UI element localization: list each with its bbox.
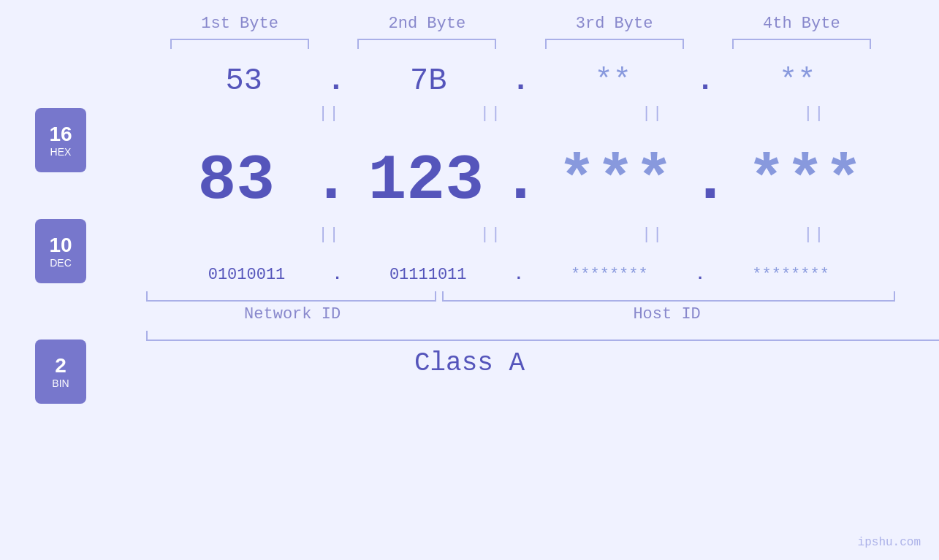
bin-value-4: ******** <box>752 266 829 284</box>
eq-2-2: || <box>410 226 571 244</box>
hex-value-2: 7B <box>410 64 446 99</box>
dec-value-4: *** <box>747 145 862 217</box>
byte3-header: 3rd Byte <box>521 15 708 33</box>
byte2-header: 2nd Byte <box>333 15 520 33</box>
bin-value-1: 01010011 <box>208 266 286 284</box>
bracket-cell-1 <box>146 39 333 49</box>
main-container: 1st Byte 2nd Byte 3rd Byte 4th Byte 16 H… <box>0 0 939 560</box>
hex-cell-1: 53 <box>146 64 341 99</box>
byte-headers-row: 1st Byte 2nd Byte 3rd Byte 4th Byte <box>146 15 895 33</box>
dec-cell-2: 123 <box>335 145 516 217</box>
bin-cell-4: ******** <box>691 266 892 284</box>
bin-value-3: ******** <box>571 266 648 284</box>
bin-base-label: 2 BIN <box>35 340 86 404</box>
hex-cell-4: ** <box>700 64 895 99</box>
eq-1-3: || <box>572 104 734 123</box>
bin-text: BIN <box>52 377 69 389</box>
dec-base-label: 10 DEC <box>35 219 86 283</box>
eq-1-1: || <box>248 104 410 123</box>
bracket-cell-3 <box>521 39 708 49</box>
bottom-brackets <box>146 291 895 302</box>
bin-cell-2: 01111011 <box>327 266 528 284</box>
id-labels-row: Network ID Host ID <box>146 305 895 323</box>
network-id-label: Network ID <box>146 305 438 323</box>
bin-number: 2 <box>55 354 66 377</box>
bin-cell-3: ******** <box>509 266 710 284</box>
dec-value-1: 83 <box>198 145 275 217</box>
top-bracket-4 <box>732 39 871 49</box>
bin-cell-1: 01010011 <box>146 266 347 284</box>
dec-cell-1: 83 <box>146 145 327 217</box>
byte4-header: 4th Byte <box>708 15 895 33</box>
hex-cell-3: ** <box>515 64 710 99</box>
eq-2-4: || <box>734 226 895 244</box>
dec-text: DEC <box>50 257 72 269</box>
bin-value-2: 01111011 <box>389 266 467 284</box>
network-bracket <box>146 291 436 302</box>
outer-bottom-bracket <box>146 331 939 341</box>
bracket-gap <box>436 291 442 302</box>
watermark: ipshu.com <box>858 536 921 549</box>
hex-value-3: ** <box>595 64 631 99</box>
equals-row-1: || || || || <box>248 104 895 123</box>
top-brackets-row <box>146 39 895 49</box>
hex-value-4: ** <box>779 64 816 99</box>
dec-number: 10 <box>49 234 72 257</box>
bin-row: 01010011 . 01111011 . ******** . *******… <box>146 266 895 284</box>
dec-value-2: 123 <box>368 145 484 217</box>
bracket-cell-2 <box>333 39 520 49</box>
byte1-header: 1st Byte <box>146 15 333 33</box>
equals-row-2: || || || || <box>248 226 895 244</box>
eq-1-2: || <box>410 104 571 123</box>
top-bracket-3 <box>545 39 684 49</box>
top-bracket-1 <box>170 39 309 49</box>
hex-cell-2: 7B <box>331 64 526 99</box>
data-rows: 53 . 7B . ** . ** || || || || 83 <box>146 64 895 284</box>
dec-value-3: *** <box>558 145 673 217</box>
hex-value-1: 53 <box>225 64 262 99</box>
top-bracket-2 <box>357 39 496 49</box>
eq-1-4: || <box>734 104 895 123</box>
dec-cell-4: *** <box>715 145 895 217</box>
class-label: Class A <box>44 348 895 378</box>
host-bracket <box>442 291 895 302</box>
hex-base-label: 16 HEX <box>35 108 86 172</box>
hex-row: 53 . 7B . ** . ** <box>146 64 895 99</box>
eq-2-3: || <box>572 226 734 244</box>
hex-text: HEX <box>50 146 72 158</box>
hex-number: 16 <box>49 123 72 146</box>
eq-2-1: || <box>248 226 410 244</box>
host-id-label: Host ID <box>438 305 895 323</box>
dec-cell-3: *** <box>525 145 706 217</box>
dec-row: 83 . 123 . *** . *** <box>146 145 895 217</box>
bracket-cell-4 <box>708 39 895 49</box>
